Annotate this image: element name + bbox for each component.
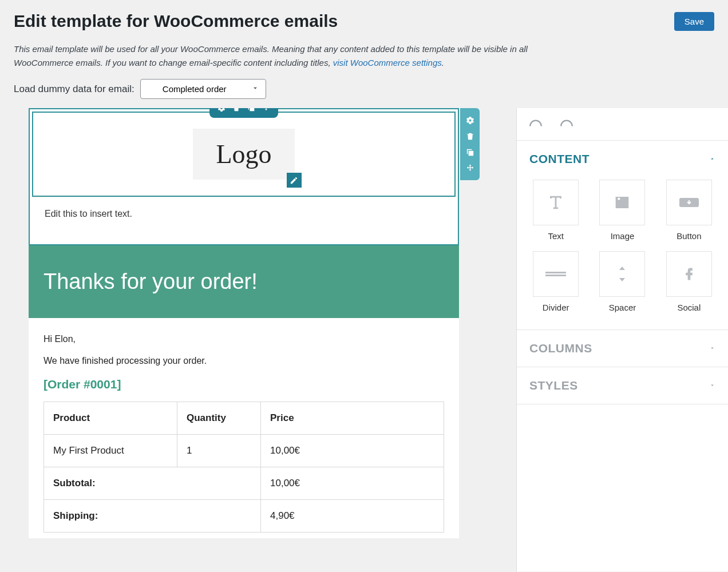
spacer-icon: [599, 251, 645, 297]
caret-down-icon: [709, 380, 715, 391]
duplicate-icon[interactable]: [464, 146, 476, 158]
logo-text: Logo: [216, 140, 271, 169]
col-qty: Quantity: [177, 402, 261, 435]
move-icon[interactable]: [260, 108, 272, 114]
block-toolbar: [209, 108, 278, 118]
text-icon: [533, 180, 579, 225]
content-item-text[interactable]: Text: [529, 180, 582, 241]
selected-section[interactable]: Logo Edit this to insert text.: [29, 108, 459, 245]
button-icon: [666, 180, 712, 225]
content-label: Spacer: [609, 303, 636, 312]
trash-icon[interactable]: [230, 108, 243, 114]
summary-label: Subtotal:: [44, 467, 261, 500]
panel-styles: STYLES: [517, 367, 728, 404]
divider-icon: [533, 251, 579, 297]
logo-block[interactable]: Logo: [32, 112, 456, 197]
content-label: Image: [611, 231, 635, 241]
intro-prefix: This email template will be used for all…: [14, 44, 528, 67]
intro-suffix: .: [442, 58, 444, 67]
panel-columns-header[interactable]: COLUMNS: [517, 330, 728, 367]
summary-value: 4,90€: [261, 500, 444, 533]
edit-image-icon[interactable]: [287, 173, 302, 188]
cell-product: My First Product: [44, 435, 177, 467]
cell-price: 10,00€: [261, 435, 444, 467]
logo-placeholder[interactable]: Logo: [193, 129, 294, 180]
content-label: Button: [676, 231, 701, 241]
email-banner[interactable]: Thanks for your order!: [29, 245, 459, 318]
summary-label: Shipping:: [44, 500, 261, 533]
panel-content-header[interactable]: CONTENT: [517, 141, 728, 177]
editor-sidebar: CONTENT Text Image: [516, 108, 728, 571]
content-item-image[interactable]: Image: [596, 180, 648, 241]
content-grid: Text Image Button: [517, 177, 728, 329]
caret-down-icon: [709, 343, 715, 353]
panel-styles-title: STYLES: [529, 379, 578, 392]
greeting-text: Hi Elon,: [43, 334, 444, 344]
table-row: My First Product 1 10,00€: [44, 435, 444, 467]
history-bar: [517, 108, 728, 141]
content-item-social[interactable]: Social: [663, 251, 715, 312]
content-item-spacer[interactable]: Spacer: [596, 251, 648, 312]
dummy-data-select[interactable]: Completed order: [140, 79, 266, 99]
column-toolbar: [460, 108, 480, 180]
svg-rect-1: [545, 272, 566, 273]
gear-icon[interactable]: [215, 108, 228, 114]
content-label: Text: [548, 231, 564, 241]
panel-content: CONTENT Text Image: [517, 141, 728, 330]
content-label: Divider: [543, 303, 569, 312]
intro-text: This email template will be used for all…: [14, 42, 540, 70]
image-icon: [599, 180, 645, 225]
processed-text: We have finished processing your order.: [43, 356, 444, 366]
panel-columns-title: COLUMNS: [529, 341, 592, 355]
panel-content-title: CONTENT: [529, 152, 589, 166]
text-block[interactable]: Edit this to insert text.: [32, 197, 456, 242]
cell-qty: 1: [177, 435, 261, 467]
redo-icon[interactable]: [559, 117, 574, 131]
email-body[interactable]: Hi Elon, We have finished processing you…: [29, 318, 459, 538]
save-button[interactable]: Save: [674, 12, 714, 31]
page-title: Edit template for WooCommerce emails: [14, 11, 338, 31]
summary-row: Subtotal: 10,00€: [44, 467, 444, 500]
social-icon: [666, 251, 712, 297]
summary-value: 10,00€: [261, 467, 444, 500]
order-table: Product Quantity Price My First Product …: [43, 402, 444, 533]
panel-columns: COLUMNS: [517, 330, 728, 367]
gear-icon[interactable]: [464, 114, 476, 126]
undo-icon[interactable]: [528, 117, 543, 131]
content-item-divider[interactable]: Divider: [529, 251, 582, 312]
duplicate-icon[interactable]: [245, 108, 258, 114]
panel-styles-header[interactable]: STYLES: [517, 367, 728, 404]
col-product: Product: [44, 402, 177, 435]
col-price: Price: [261, 402, 444, 435]
content-label: Social: [677, 303, 701, 312]
move-icon[interactable]: [464, 162, 476, 174]
order-heading: [Order #0001]: [43, 378, 444, 391]
caret-up-icon: [709, 154, 715, 164]
table-header-row: Product Quantity Price: [44, 402, 444, 435]
content-item-button[interactable]: Button: [663, 180, 715, 241]
summary-row: Shipping: 4,90€: [44, 500, 444, 533]
woocommerce-settings-link[interactable]: visit WooCommerce settings: [333, 58, 442, 67]
svg-rect-2: [545, 275, 566, 276]
dummy-data-label: Load dummy data for email:: [14, 84, 134, 95]
trash-icon[interactable]: [464, 130, 476, 142]
